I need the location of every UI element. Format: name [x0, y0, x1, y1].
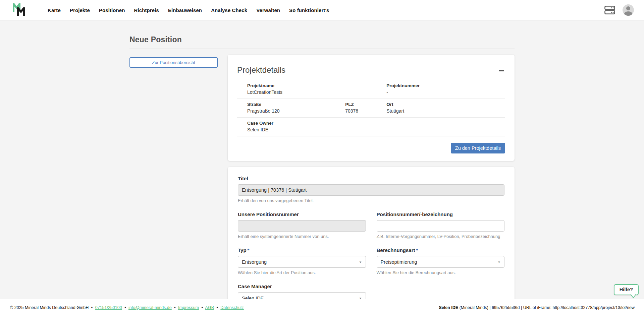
field-value: Stuttgart — [386, 108, 505, 114]
project-card-title: Projektdetails — [237, 65, 285, 75]
table-row: Straße Pragstraße 120 PLZ 70376 Ort Stut… — [237, 99, 505, 118]
copyright-text: © 2025 Mineral Minds Deutschland GmbH — [10, 305, 89, 310]
positionsnummer-label: Positionsnummer/-bezeichnung — [377, 211, 505, 217]
title-divider — [129, 49, 515, 49]
nav-item-richtpreis[interactable]: Richtpreis — [134, 7, 159, 13]
typ-group: Typ* Entsorgung ▼ Wählen Sie hier die Ar… — [238, 247, 366, 275]
nav-item-einbauweisen[interactable]: Einbauweisen — [168, 7, 202, 13]
berechnungsart-select-value: Preisoptimierung — [381, 259, 417, 265]
berechnungsart-label: Berechnungsart* — [377, 247, 505, 253]
footer: © 2025 Mineral Minds Deutschland GmbH • … — [0, 299, 644, 316]
required-asterisk: * — [416, 247, 418, 253]
footer-separator: • — [216, 305, 218, 310]
page-title: Neue Position — [129, 35, 515, 44]
mineral-minds-logo-icon[interactable] — [13, 3, 25, 17]
footer-link-datenschutz[interactable]: Datenschutz — [220, 305, 244, 310]
top-navbar: Karte Projekte Positionen Richtpreis Ein… — [0, 0, 644, 20]
footer-separator: • — [201, 305, 203, 310]
titel-input — [238, 184, 504, 196]
left-column: Zur Positionsübersicht — [129, 55, 218, 68]
field-case-owner: Case Owner Selen IDE — [247, 121, 505, 132]
nav-item-so-funktionierts[interactable]: So funktioniert's — [289, 7, 329, 13]
nav-item-analyse-check[interactable]: Analyse Check — [211, 7, 247, 13]
required-asterisk: * — [248, 247, 250, 253]
field-label: Projektname — [247, 83, 386, 88]
project-details-table: Projektname LotCreationTests Projektnumm… — [237, 80, 505, 136]
new-position-form-card: Titel Erhält den von uns vorgegebenen Ti… — [228, 167, 515, 316]
field-label: Ort — [386, 102, 505, 107]
main-content: Neue Position Zur Positionsübersicht Pro… — [0, 20, 644, 316]
chevron-down-icon: ▼ — [359, 260, 362, 263]
typ-select-value: Entsorgung — [242, 259, 267, 265]
nav-item-karte[interactable]: Karte — [48, 7, 61, 13]
footer-link-impressum[interactable]: Impressum — [178, 305, 199, 310]
field-projektnummer: Projektnummer - — [386, 83, 505, 95]
titel-hint: Erhält den von uns vorgegebenen Titel. — [238, 198, 504, 203]
typ-hint: Wählen Sie hier die Art der Position aus… — [238, 270, 366, 275]
unsere-positionsnummer-hint: Erhält eine systemgenerierte Nummer von … — [238, 234, 366, 239]
nav-item-projekte[interactable]: Projekte — [70, 7, 90, 13]
field-value: Selen IDE — [247, 127, 505, 132]
session-user: Selen IDE — [439, 305, 459, 310]
field-value: LotCreationTests — [247, 89, 386, 95]
field-ort: Ort Stuttgart — [386, 102, 505, 114]
main-navigation: Karte Projekte Positionen Richtpreis Ein… — [48, 7, 329, 13]
typ-label: Typ* — [238, 247, 366, 253]
footer-legal: © 2025 Mineral Minds Deutschland GmbH • … — [10, 305, 244, 310]
footer-separator: • — [124, 305, 126, 310]
field-value: 70376 — [345, 108, 386, 114]
go-to-project-details-button[interactable]: Zu den Projektdetails — [451, 143, 505, 153]
footer-separator: • — [91, 305, 93, 310]
field-projektname: Projektname LotCreationTests — [247, 83, 386, 95]
positionsnummer-hint: Z.B. Interne-Vorgangsnummer, LV-Position… — [377, 234, 505, 239]
titel-group: Titel Erhält den von uns vorgegebenen Ti… — [238, 176, 504, 203]
field-label: PLZ — [345, 102, 386, 107]
field-plz: PLZ 70376 — [345, 102, 386, 114]
table-row: Projektname LotCreationTests Projektnumm… — [237, 80, 505, 99]
footer-link-phone[interactable]: 07151/250100 — [95, 305, 122, 310]
server-stack-icon[interactable] — [604, 6, 615, 14]
avatar-body-icon — [624, 11, 632, 16]
footer-separator: • — [174, 305, 175, 310]
typ-select[interactable]: Entsorgung ▼ — [238, 256, 366, 268]
berechnungsart-select[interactable]: Preisoptimierung ▼ — [377, 256, 505, 268]
berechnungsart-hint: Wählen Sie hier die Berechnungsart aus. — [377, 270, 505, 275]
unsere-positionsnummer-label: Unsere Positionsnummer — [238, 211, 366, 217]
unsere-positionsnummer-group: Unsere Positionsnummer Erhält eine syste… — [238, 211, 366, 239]
unsere-positionsnummer-input — [238, 220, 366, 232]
nav-item-verwalten[interactable]: Verwalten — [256, 7, 280, 13]
footer-session-info: Selen IDE (Mineral Minds) | 69576255536d… — [439, 305, 635, 310]
field-value: - — [386, 89, 505, 95]
project-details-card: Projektdetails Projektname LotCreationTe… — [228, 55, 515, 161]
field-strasse: Straße Pragstraße 120 — [247, 102, 345, 114]
right-column: Projektdetails Projektname LotCreationTe… — [228, 55, 515, 316]
positionsnummer-input[interactable] — [377, 220, 505, 232]
help-button[interactable]: Hilfe? — [614, 284, 639, 295]
table-row: Case Owner Selen IDE — [237, 118, 505, 136]
chevron-down-icon: ▼ — [497, 260, 501, 263]
berechnungsart-group: Berechnungsart* Preisoptimierung ▼ Wähle… — [377, 247, 505, 275]
titel-label: Titel — [238, 176, 504, 181]
field-label: Straße — [247, 102, 345, 107]
field-value: Pragstraße 120 — [247, 108, 345, 114]
case-manager-label: Case Manager — [238, 283, 366, 289]
footer-link-email[interactable]: info@mineral-minds.de — [128, 305, 172, 310]
back-to-positions-button[interactable]: Zur Positionsübersicht — [129, 57, 218, 68]
typ-label-text: Typ — [238, 247, 247, 253]
collapse-minus-icon[interactable] — [496, 67, 505, 74]
field-label: Case Owner — [247, 121, 505, 126]
nav-item-positionen[interactable]: Positionen — [99, 7, 125, 13]
positionsnummer-group: Positionsnummer/-bezeichnung Z.B. Intern… — [377, 211, 505, 239]
berechnungsart-label-text: Berechnungsart — [377, 247, 415, 253]
field-label: Projektnummer — [386, 83, 505, 88]
navbar-right-group — [604, 4, 634, 16]
user-avatar[interactable] — [623, 4, 634, 16]
session-details: (Mineral Minds) | 69576255536d | URL of … — [458, 305, 635, 310]
footer-link-agb[interactable]: AGB — [205, 305, 214, 310]
avatar-head-icon — [626, 6, 630, 10]
